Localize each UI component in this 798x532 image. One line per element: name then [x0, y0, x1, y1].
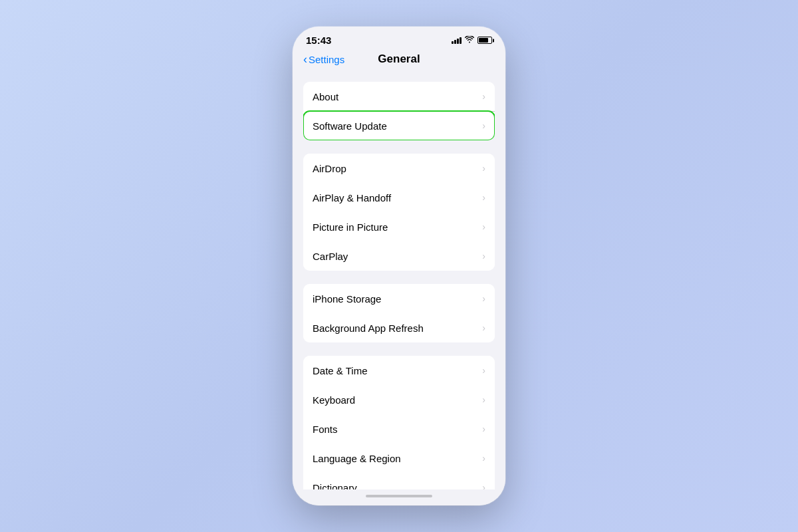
settings-row-dictionary[interactable]: Dictionary ›	[303, 473, 495, 489]
settings-row-airdrop[interactable]: AirDrop ›	[303, 154, 495, 183]
row-label-about: About	[313, 91, 338, 102]
chevron-icon-carplay: ›	[482, 251, 485, 261]
chevron-icon-background-app-refresh: ›	[482, 323, 485, 333]
page-title: General	[378, 53, 420, 66]
row-label-picture-in-picture: Picture in Picture	[313, 221, 388, 233]
settings-row-about[interactable]: About ›	[303, 82, 495, 111]
settings-row-date-time[interactable]: Date & Time ›	[303, 356, 495, 385]
settings-row-keyboard[interactable]: Keyboard ›	[303, 385, 495, 414]
row-label-language-region: Language & Region	[313, 453, 401, 464]
chevron-icon-keyboard: ›	[482, 394, 485, 405]
status-time: 15:43	[306, 35, 331, 46]
row-label-software-update: Software Update	[313, 120, 387, 132]
back-button[interactable]: ‹ Settings	[303, 53, 344, 65]
section-group-1: About › Software Update ›	[303, 82, 495, 140]
row-label-fonts: Fonts	[313, 424, 338, 435]
row-label-iphone-storage: iPhone Storage	[313, 293, 381, 305]
chevron-icon-about: ›	[482, 91, 485, 102]
section-group-4: Date & Time › Keyboard › Fonts › Languag…	[303, 356, 495, 489]
home-indicator	[293, 489, 505, 505]
phone-frame: 15:43 ‹ Settin	[293, 27, 505, 505]
chevron-icon-airplay-handoff: ›	[482, 192, 485, 203]
row-label-dictionary: Dictionary	[313, 482, 357, 490]
back-chevron-icon: ‹	[303, 53, 307, 65]
nav-bar: ‹ Settings General	[293, 50, 505, 71]
settings-row-fonts[interactable]: Fonts ›	[303, 414, 495, 444]
wifi-icon	[465, 36, 474, 45]
chevron-icon-airdrop: ›	[482, 163, 485, 174]
settings-row-background-app-refresh[interactable]: Background App Refresh ›	[303, 313, 495, 342]
settings-row-airplay-handoff[interactable]: AirPlay & Handoff ›	[303, 183, 495, 212]
row-label-airplay-handoff: AirPlay & Handoff	[313, 192, 391, 203]
battery-icon	[477, 37, 492, 44]
row-label-date-time: Date & Time	[313, 365, 368, 376]
settings-row-carplay[interactable]: CarPlay ›	[303, 241, 495, 271]
chevron-icon-language-region: ›	[482, 453, 485, 464]
section-group-3: iPhone Storage › Background App Refresh …	[303, 284, 495, 342]
settings-row-iphone-storage[interactable]: iPhone Storage ›	[303, 284, 495, 313]
home-bar	[366, 495, 432, 497]
chevron-icon-fonts: ›	[482, 424, 485, 434]
row-label-keyboard: Keyboard	[313, 394, 355, 406]
signal-bars-icon	[452, 37, 462, 44]
settings-row-picture-in-picture[interactable]: Picture in Picture ›	[303, 212, 495, 241]
section-group-2: AirDrop › AirPlay & Handoff › Picture in…	[303, 154, 495, 271]
chevron-icon-date-time: ›	[482, 365, 485, 376]
row-label-background-app-refresh: Background App Refresh	[313, 323, 424, 334]
row-label-carplay: CarPlay	[313, 251, 348, 262]
settings-row-software-update[interactable]: Software Update ›	[303, 111, 495, 140]
status-icons	[452, 36, 492, 45]
status-bar: 15:43	[293, 27, 505, 50]
back-label: Settings	[309, 54, 344, 65]
chevron-icon-iphone-storage: ›	[482, 293, 485, 304]
row-label-airdrop: AirDrop	[313, 163, 346, 174]
settings-row-language-region[interactable]: Language & Region ›	[303, 444, 495, 473]
chevron-icon-dictionary: ›	[482, 482, 485, 489]
scroll-area[interactable]: About › Software Update › AirDrop › AirP…	[293, 71, 505, 489]
chevron-icon-picture-in-picture: ›	[482, 221, 485, 232]
chevron-icon-software-update: ›	[482, 120, 485, 131]
